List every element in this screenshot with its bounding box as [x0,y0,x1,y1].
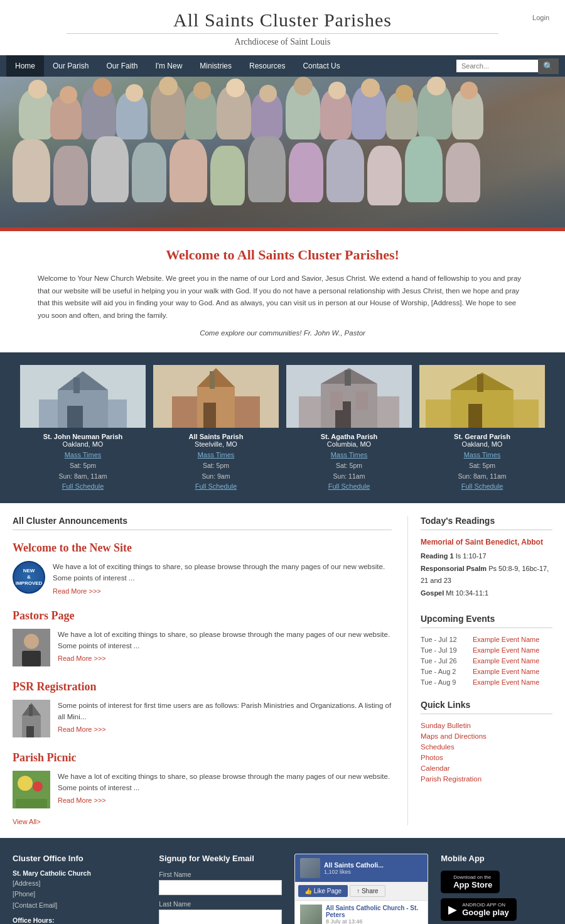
read-more-3[interactable]: Read More >>> [58,726,106,733]
svg-rect-36 [29,705,33,716]
readings-title: Today's Readings [421,516,552,530]
search-input[interactable] [456,60,538,72]
svg-rect-29 [514,399,539,428]
event-name-1[interactable]: Example Event Name [473,636,539,643]
event-date-3: Tue - Jul 26 [421,657,468,665]
footer-app-col: Mobile App Download on the App Store ▶ A… [441,854,552,921]
quick-link-parish-reg[interactable]: Parish Registration [421,775,552,783]
app-store-button[interactable]: Download on the App Store [441,871,500,893]
svg-rect-10 [210,371,215,389]
gospel-label: Gospel [421,589,444,597]
parish-mass-link-1[interactable]: Mass Times [20,451,146,459]
pastor-thumb [13,629,50,666]
announcement-item-3: PSR Registration Some points of interest… [13,680,392,737]
parish-img-3 [286,365,412,428]
parish-loc-1: Oakland, MO [20,440,146,448]
parish-card-1: St. John Neuman Parish Oakland, MO Mass … [20,365,146,491]
nav-item-our-faith[interactable]: Our Faith [97,55,146,77]
parish-full-schedule-1[interactable]: Full Schedule [62,482,104,490]
psalm-label: Responsorial Psalm [421,565,487,572]
event-name-3[interactable]: Example Event Name [473,657,539,665]
social-likes-count: 1,102 likes [324,869,384,875]
event-date-2: Tue - Jul 19 [421,646,468,654]
parish-img-2 [153,365,279,428]
announcement-title-4: Parish Picnic [13,751,392,764]
nav-search-form: 🔍 [456,58,559,74]
parish-mass-link-4[interactable]: Mass Times [419,451,545,459]
parish-full-schedule-3[interactable]: Full Schedule [328,482,370,490]
svg-rect-6 [108,399,127,428]
event-row-2: Tue - Jul 19 Example Event Name [421,646,552,654]
last-name-input[interactable] [159,910,282,924]
quick-link-calendar[interactable]: Calendar [421,764,552,772]
parish-grid-section: St. John Neuman Parish Oakland, MO Mass … [0,352,565,503]
social-post-thumb [300,905,322,924]
share-button[interactable]: ↑ Share [350,885,385,897]
read-more-4[interactable]: Read More >>> [58,796,106,804]
view-all-link[interactable]: View All> [13,818,392,825]
parish-full-schedule-4[interactable]: Full Schedule [461,482,503,490]
search-button[interactable]: 🔍 [538,58,559,74]
nav-item-our-parish[interactable]: Our Parish [44,55,97,77]
footer-email: [Contact Email] [13,900,146,911]
site-subtitle: Archdiocese of Saint Louis [13,37,552,47]
svg-rect-17 [345,370,351,386]
announcement-body-4: We have a lot of exciting things to shar… [58,771,392,794]
event-date-1: Tue - Jul 12 [421,636,468,643]
event-name-4[interactable]: Example Event Name [473,668,539,675]
announcement-body-1: We have a lot of exciting things to shar… [53,561,392,584]
svg-point-39 [18,776,33,791]
readings-section: Today's Readings Memorial of Saint Bened… [421,516,552,600]
reading1-value: Is 1:10-17 [456,552,487,560]
parish-mass-link-3[interactable]: Mass Times [286,451,412,459]
welcome-title: Welcome to All Saints Cluster Parishes! [38,247,527,263]
parish-img-1 [20,365,146,428]
announcement-item-1: Welcome to the New Site NEW&IMPROVED We … [13,541,392,595]
nav-item-ministries[interactable]: Ministries [191,55,240,77]
svg-rect-13 [235,396,260,428]
svg-rect-20 [377,396,399,428]
social-post: All Saints Catholic Church - St. Peters … [295,901,428,924]
reading1-row: Reading 1 Is 1:10-17 [421,550,552,563]
nav-item-im-new[interactable]: I'm New [146,55,191,77]
parish-full-schedule-2[interactable]: Full Schedule [195,482,237,490]
nav-item-home[interactable]: Home [6,55,44,77]
picnic-thumb [13,771,50,808]
login-link[interactable]: Login [532,14,549,21]
svg-rect-3 [73,378,80,393]
footer-social-col: All Saints Catholi... 1,102 likes 👍 Like… [294,854,428,924]
svg-rect-4 [67,406,83,428]
social-post-title: All Saints Catholic Church - St. Peters [326,905,422,918]
google-play-button[interactable]: ▶ ANDROID APP ON Google play [441,898,516,921]
read-more-2[interactable]: Read More >>> [58,655,106,662]
quick-link-maps[interactable]: Maps and Directions [421,732,552,740]
event-name-2[interactable]: Example Event Name [473,646,539,654]
social-post-date: 8 July at 13:46 [326,918,422,924]
read-more-1[interactable]: Read More >>> [53,587,101,595]
svg-rect-27 [468,404,482,428]
memorial-link[interactable]: Memorial of Saint Benedict, Abbot [421,538,552,546]
events-title: Upcoming Events [421,614,552,628]
event-date-4: Tue - Aug 2 [421,668,468,675]
svg-point-40 [33,781,43,791]
events-section: Upcoming Events Tue - Jul 12 Example Eve… [421,614,552,686]
last-name-label: Last Name [159,900,282,908]
svg-rect-12 [172,396,197,428]
quick-link-photos[interactable]: Photos [421,754,552,761]
nav-item-contact[interactable]: Contact Us [294,55,348,77]
parish-mass-link-2[interactable]: Mass Times [153,451,279,459]
nav-item-resources[interactable]: Resources [240,55,294,77]
google-play-main: Google play [462,908,508,917]
quick-link-schedules[interactable]: Schedules [421,743,552,751]
like-page-button[interactable]: 👍 Like Page [298,885,348,897]
google-play-sub: ANDROID APP ON [462,902,508,908]
welcome-section: Welcome to All Saints Cluster Parishes! … [0,231,565,352]
first-name-input[interactable] [159,880,282,895]
event-row-3: Tue - Jul 26 Example Event Name [421,657,552,665]
event-name-5[interactable]: Example Event Name [473,678,539,686]
quick-link-sunday-bulletin[interactable]: Sunday Bulletin [421,722,552,729]
quick-links-title: Quick Links [421,700,552,714]
gospel-value: Mt 10:34-11:1 [446,589,488,597]
footer-office-title: Cluster Office Info [13,854,146,863]
new-icon: NEW&IMPROVED [13,561,45,594]
